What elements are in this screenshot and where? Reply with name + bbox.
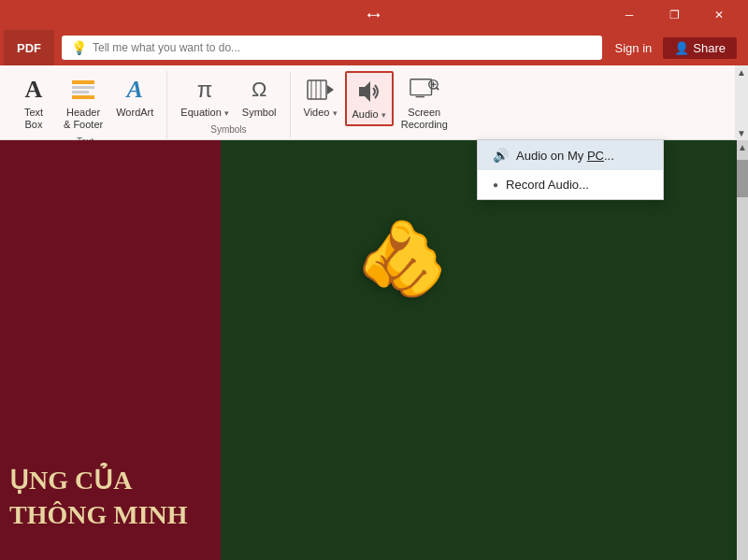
- slide-text: ỤNG CỦA THÔNG MINH: [9, 464, 188, 532]
- svg-rect-3: [72, 95, 94, 99]
- textbox-button[interactable]: A Text Box: [11, 71, 56, 135]
- video-icon: [306, 75, 336, 105]
- text-group-items: A Text Box Header& Footer: [11, 71, 159, 135]
- media-group-items: Video ▾ Audio ▾: [298, 71, 453, 135]
- title-bar-controls: ─ ❐ ✕: [608, 0, 741, 30]
- ribbon-scrollbar[interactable]: ▲ ▼: [735, 65, 748, 140]
- slide-content: 🫵 ỤNG CỦA THÔNG MINH: [0, 140, 737, 560]
- audio-on-pc-item[interactable]: 🔊 Audio on My PC...: [478, 140, 663, 170]
- pdf-tab[interactable]: PDF: [4, 30, 54, 65]
- symbol-icon: Ω: [244, 75, 274, 105]
- signin-button[interactable]: Sign in: [610, 39, 658, 57]
- close-button[interactable]: ✕: [698, 0, 741, 30]
- slide-bg-right: [221, 140, 737, 560]
- audio-on-pc-label: Audio on My PC...: [516, 149, 614, 163]
- minimize-icon: ─: [626, 8, 634, 22]
- svg-rect-10: [410, 79, 432, 95]
- search-input[interactable]: [93, 41, 593, 54]
- slide-text-line1: ỤNG CỦA: [9, 464, 188, 497]
- symbol-button[interactable]: Ω Symbol: [237, 71, 282, 122]
- search-bar[interactable]: 💡: [62, 36, 602, 60]
- ribbon-group-text: A Text Box Header& Footer: [4, 71, 167, 150]
- svg-rect-4: [308, 80, 326, 99]
- equation-icon: π: [190, 75, 220, 105]
- ribbon-group-symbols: π Equation ▾ Ω Symbol Symbols: [167, 71, 290, 137]
- lightbulb-icon: 💡: [71, 40, 87, 55]
- share-button[interactable]: 👤 Share: [663, 37, 737, 59]
- svg-marker-8: [327, 85, 334, 94]
- restore-button[interactable]: ❐: [653, 0, 696, 30]
- audio-on-pc-icon: 🔊: [493, 148, 509, 163]
- video-button[interactable]: Video ▾: [298, 71, 343, 122]
- title-bar: ⭤ ─ ❐ ✕: [0, 0, 748, 30]
- minimize-button[interactable]: ─: [608, 0, 651, 30]
- slide-text-line2: THÔNG MINH: [9, 498, 188, 532]
- close-icon: ✕: [714, 8, 724, 22]
- maximize-icon: ⭤: [367, 8, 381, 23]
- audio-button[interactable]: Audio ▾: [345, 71, 394, 126]
- svg-rect-0: [72, 80, 94, 84]
- textbox-icon: A: [19, 75, 49, 105]
- svg-marker-9: [359, 81, 370, 102]
- hand-cursor: 🫵: [355, 215, 449, 303]
- menu-bar: PDF 💡 Sign in 👤 Share: [0, 30, 748, 65]
- wordart-button[interactable]: A WordArt: [110, 71, 159, 122]
- svg-rect-2: [72, 91, 89, 93]
- ribbon: A Text Box Header& Footer: [0, 65, 748, 140]
- audio-icon: [354, 77, 384, 107]
- screen-recording-icon: [410, 75, 439, 105]
- header-footer-icon: [68, 75, 98, 105]
- scroll-up-icon[interactable]: ▲: [737, 67, 746, 78]
- ribbon-group-media: Video ▾ Audio ▾: [291, 71, 461, 135]
- main-scrollbar[interactable]: ▲: [737, 140, 748, 560]
- header-footer-button[interactable]: Header& Footer: [58, 71, 108, 135]
- svg-rect-1: [72, 86, 94, 89]
- record-audio-icon: ●: [493, 179, 498, 190]
- scrollbar-thumb[interactable]: [737, 160, 748, 197]
- svg-line-13: [436, 87, 439, 90]
- audio-dropdown-menu: 🔊 Audio on My PC... ● Record Audio...: [477, 139, 664, 200]
- symbols-group-items: π Equation ▾ Ω Symbol: [175, 71, 281, 122]
- restore-icon: ❐: [669, 8, 680, 22]
- scroll-down-icon[interactable]: ▼: [737, 128, 746, 138]
- record-audio-label: Record Audio...: [506, 178, 589, 192]
- equation-button[interactable]: π Equation ▾: [175, 71, 234, 122]
- screen-recording-button[interactable]: ScreenRecording: [396, 71, 453, 135]
- menu-bar-right: Sign in 👤 Share: [610, 37, 744, 59]
- person-icon: 👤: [674, 41, 689, 55]
- slide-panel: 🫵 ỤNG CỦA THÔNG MINH: [0, 140, 737, 560]
- wordart-icon: A: [120, 75, 150, 105]
- content-area: 🫵 ỤNG CỦA THÔNG MINH ▲: [0, 140, 748, 560]
- symbols-group-label: Symbols: [210, 124, 246, 137]
- record-audio-item[interactable]: ● Record Audio...: [478, 170, 663, 199]
